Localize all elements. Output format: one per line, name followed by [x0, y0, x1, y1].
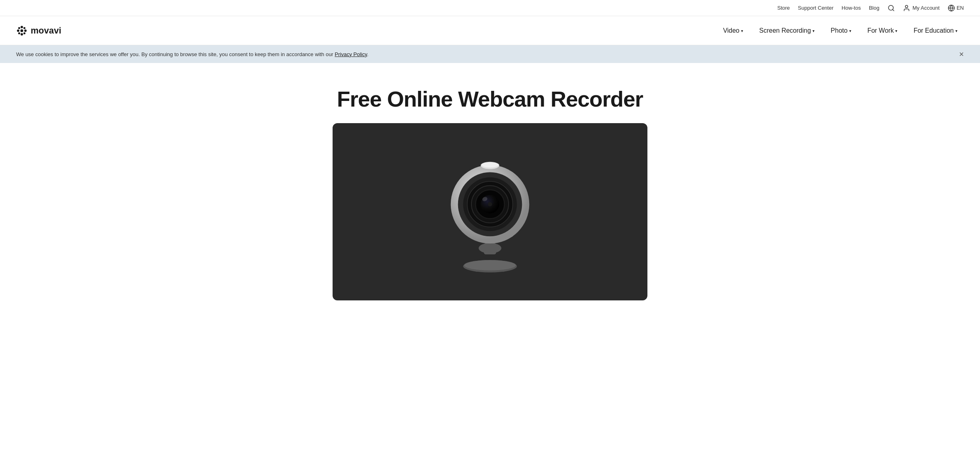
webcam-illustration: [438, 147, 542, 277]
how-tos-link[interactable]: How-tos: [842, 5, 861, 11]
main-nav: movavi Video ▾ Screen Recording ▾ Photo …: [0, 16, 980, 45]
webcam-display-area: [333, 123, 647, 300]
nav-video[interactable]: Video ▾: [716, 24, 750, 38]
svg-point-7: [21, 33, 23, 36]
hero-section: Free Online Webcam Recorder: [0, 63, 980, 317]
privacy-policy-link[interactable]: Privacy Policy: [335, 51, 367, 57]
logo-icon: [16, 25, 27, 36]
svg-line-1: [892, 9, 894, 10]
chevron-down-icon: ▾: [955, 29, 957, 33]
chevron-down-icon: ▾: [849, 29, 851, 33]
nav-screen-recording[interactable]: Screen Recording ▾: [753, 24, 821, 38]
svg-point-10: [18, 27, 20, 29]
svg-point-8: [17, 29, 19, 32]
svg-point-6: [21, 26, 23, 28]
chevron-down-icon: ▾: [741, 29, 743, 33]
svg-point-9: [24, 29, 27, 32]
chevron-down-icon: ▾: [895, 29, 897, 33]
webcam-image: [438, 147, 542, 277]
logo[interactable]: movavi: [16, 25, 61, 36]
svg-point-29: [482, 162, 498, 168]
blog-link[interactable]: Blog: [869, 5, 879, 11]
cookie-banner: We use cookies to improve the services w…: [0, 45, 980, 63]
svg-point-12: [23, 27, 25, 29]
nav-menu: Video ▾ Screen Recording ▾ Photo ▾ For W…: [716, 24, 964, 38]
language-selector[interactable]: EN: [948, 4, 964, 12]
svg-point-5: [21, 29, 23, 32]
nav-for-education[interactable]: For Education ▾: [907, 24, 964, 38]
nav-photo[interactable]: Photo ▾: [824, 24, 858, 38]
page-title: Free Online Webcam Recorder: [16, 87, 964, 111]
svg-point-13: [18, 32, 20, 34]
svg-rect-17: [484, 243, 496, 254]
my-account-button[interactable]: My Account: [903, 4, 940, 12]
svg-point-15: [464, 260, 516, 271]
search-button[interactable]: [888, 4, 895, 12]
svg-point-27: [488, 202, 492, 206]
nav-for-work[interactable]: For Work ▾: [861, 24, 904, 38]
cookie-text: We use cookies to improve the services w…: [16, 51, 369, 57]
cookie-close-button[interactable]: ×: [959, 50, 964, 58]
chevron-down-icon: ▾: [812, 29, 815, 33]
svg-point-11: [23, 32, 25, 34]
store-link[interactable]: Store: [777, 5, 790, 11]
svg-point-2: [905, 5, 908, 8]
support-center-link[interactable]: Support Center: [798, 5, 833, 11]
top-bar: Store Support Center How-tos Blog My Acc…: [0, 0, 980, 16]
